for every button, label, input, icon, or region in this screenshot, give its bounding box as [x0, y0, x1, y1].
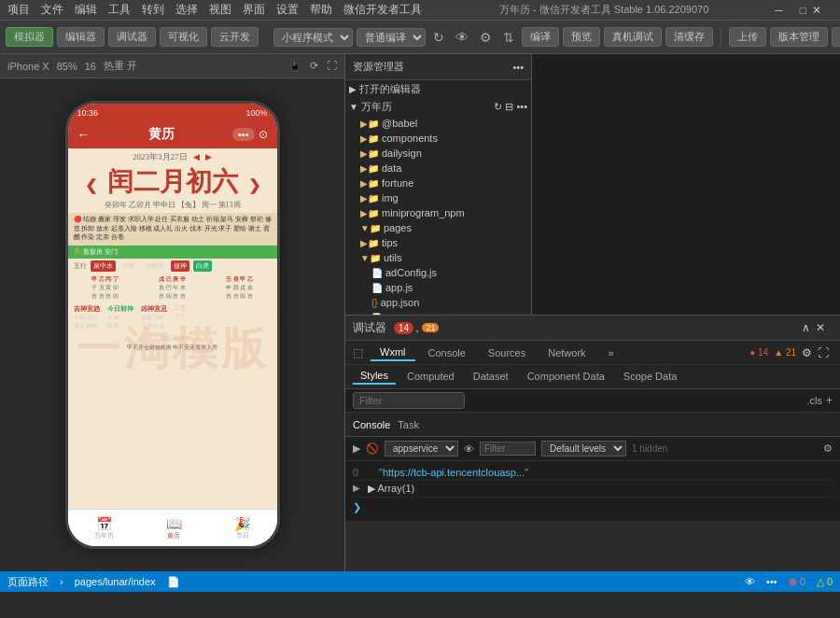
visual-btn[interactable]: 可视化 — [160, 27, 207, 47]
close-button[interactable]: ✕ — [812, 4, 821, 17]
nav-wannianhui[interactable]: 📅 万年历 — [94, 516, 114, 541]
console-arrow[interactable]: ▶ — [353, 483, 360, 493]
console-run-icon[interactable]: ▶ — [353, 442, 360, 455]
rotate-icon[interactable]: ⟳ — [310, 60, 318, 71]
tab-more[interactable]: » — [599, 345, 623, 360]
tab-network[interactable]: Network — [539, 345, 595, 360]
tab-sources[interactable]: Sources — [479, 345, 535, 360]
status-preview-icon[interactable]: 👁 — [745, 576, 755, 588]
preview-btn[interactable]: 预览 — [563, 27, 600, 47]
refresh-btn[interactable]: ↻ — [429, 28, 448, 47]
date-arrow-left[interactable]: ◀ — [193, 152, 200, 162]
test-num-btn[interactable]: 测试号 — [832, 27, 840, 47]
upload-btn[interactable]: 上传 — [729, 27, 766, 47]
tree-item-img[interactable]: ▶📁 img — [345, 190, 531, 205]
device-scale: 85% — [57, 61, 77, 72]
real-debug-btn[interactable]: 真机调试 — [604, 27, 662, 47]
compile-btn[interactable]: 编译 — [522, 27, 559, 47]
itab-dataset[interactable]: Dataset — [466, 369, 516, 384]
console-output[interactable]: 0 "https://tcb-api.tencentclouasp..." ▶ … — [345, 461, 840, 521]
maximize-button[interactable]: □ — [800, 4, 806, 17]
close-debugger-btn[interactable]: ✕ — [816, 321, 825, 334]
tree-item-data[interactable]: ▶📁 data — [345, 161, 531, 176]
tree-item-appjson[interactable]: {} app.json — [345, 295, 531, 310]
tree-item-adconfig[interactable]: 📄 adConfig.js — [345, 265, 531, 280]
debugger-btn[interactable]: 调试器 — [108, 27, 156, 47]
tree-item-pages[interactable]: ▼📁 pages — [345, 220, 531, 235]
appservice-select[interactable]: appservice — [385, 441, 458, 456]
filter-input[interactable] — [353, 392, 465, 409]
version-btn[interactable]: 版本管理 — [770, 27, 828, 47]
tree-item-tips[interactable]: ▶📁 tips — [345, 235, 531, 250]
console-filter-input[interactable] — [480, 442, 536, 456]
itab-styles[interactable]: Styles — [353, 368, 396, 385]
itab-component-data[interactable]: Component Data — [520, 369, 612, 384]
mode-select[interactable]: 小程序模式 — [273, 28, 353, 47]
date-arrow-right[interactable]: ▶ — [205, 152, 212, 162]
menu-item-edit[interactable]: 编辑 — [75, 2, 97, 18]
console-settings-icon[interactable]: ⚙ — [823, 442, 833, 455]
tab-wxml[interactable]: Wxml — [371, 344, 415, 361]
nav-jieri[interactable]: 🎉 节日 — [234, 516, 250, 541]
tree-item-miniprogram[interactable]: ▶📁 miniprogram_npm — [345, 205, 531, 220]
itab-scope-data[interactable]: Scope Data — [616, 369, 684, 384]
code-area[interactable] — [532, 54, 840, 315]
settings-icon-btn[interactable]: ⚙ — [476, 28, 496, 47]
menu-item-file[interactable]: 文件 — [41, 2, 63, 18]
eye-icon[interactable]: 👁 — [464, 443, 474, 455]
tab-console[interactable]: Console — [419, 345, 475, 360]
tree-item-components[interactable]: ▶📁 components — [345, 131, 531, 146]
tree-refresh-icon[interactable]: ↻ — [494, 101, 502, 113]
nav-icon-calendar: 📅 — [94, 516, 114, 531]
tree-item-utils[interactable]: ▼📁 utils — [345, 250, 531, 265]
itab-computed[interactable]: Computed — [399, 369, 462, 384]
debugger-settings-icon[interactable]: ⚙ — [802, 346, 812, 359]
tree-item-dailysign[interactable]: ▶📁 dailysign — [345, 146, 531, 161]
menu-item-wechat[interactable]: 微信开发者工具 — [343, 2, 422, 18]
status-dots[interactable]: ••• — [766, 576, 777, 588]
folder-icon: ▼📁 — [360, 223, 381, 233]
file-tree-more[interactable]: ••• — [512, 62, 524, 73]
fullscreen-icon[interactable]: ⛶ — [327, 60, 337, 71]
calendar-content[interactable]: 2023年3月27日 ◀ ▶ ❮ 闰二月初六 ❯ 癸卯年 乙卯月 甲申日 【兔】… — [68, 148, 277, 539]
tree-more-icon[interactable]: ••• — [516, 101, 527, 113]
levels-select[interactable]: Default levels — [541, 441, 626, 456]
left-arrow-date[interactable]: ❮ — [85, 177, 97, 193]
ctab-task[interactable]: Task — [398, 419, 419, 430]
menu-dots[interactable]: ••• — [232, 128, 255, 141]
tree-item-appwxss[interactable]: 📄 app.wxss — [345, 310, 531, 315]
preview-icon-btn[interactable]: 👁 — [452, 28, 472, 47]
menu-item-view[interactable]: 视图 — [209, 2, 231, 18]
nav-huangli[interactable]: 📖 黄历 — [166, 516, 182, 541]
tree-item-appjs[interactable]: 📄 app.js — [345, 280, 531, 295]
back-arrow[interactable]: ← — [77, 127, 91, 142]
filter-plus[interactable]: + — [826, 394, 833, 407]
debugger-expand-icon[interactable]: ⛶ — [818, 346, 829, 359]
hotzone-toggle[interactable]: 热重 开 — [104, 59, 137, 73]
minimize-button[interactable]: ─ — [775, 4, 783, 17]
tree-collapse-icon[interactable]: ⊟ — [505, 101, 513, 113]
editor-btn[interactable]: 编辑器 — [57, 27, 105, 47]
menu-item-help[interactable]: 帮助 — [310, 2, 332, 18]
menu-item-settings[interactable]: 设置 — [276, 2, 299, 18]
tree-project-root[interactable]: ▼ 万年历 ↻ ⊟ ••• — [345, 98, 531, 116]
right-arrow-date[interactable]: ❯ — [248, 177, 260, 193]
ctab-console[interactable]: Console — [353, 419, 390, 430]
menu-item-tools[interactable]: 工具 — [108, 2, 131, 18]
simulator-btn[interactable]: 模拟器 — [6, 27, 53, 47]
tree-item-babel[interactable]: ▶📁 @babel — [345, 116, 531, 131]
tree-item-fortune[interactable]: ▶📁 fortune — [345, 176, 531, 190]
console-tabs-row: Console Task — [345, 413, 840, 437]
menu-item-project[interactable]: 项目 — [7, 2, 30, 18]
menu-item-select[interactable]: 选择 — [175, 2, 198, 18]
console-clear-icon[interactable]: 🚫 — [366, 442, 379, 455]
clear-cache-btn[interactable]: 清缓存 — [665, 27, 713, 47]
device-bar: iPhone X 85% 16 热重 开 📱 ⟳ ⛶ — [0, 54, 344, 78]
tree-opened-editors[interactable]: ▶ 打开的编辑器 — [345, 80, 531, 98]
compile-select[interactable]: 普通编译 — [357, 28, 426, 47]
collapse-debugger-btn[interactable]: ∧ — [802, 321, 810, 334]
menu-item-interface[interactable]: 界面 — [243, 2, 265, 18]
notification-btn[interactable]: ⇅ — [499, 28, 518, 47]
menu-item-goto[interactable]: 转到 — [142, 2, 164, 18]
cloud-btn[interactable]: 云开发 — [211, 27, 259, 47]
